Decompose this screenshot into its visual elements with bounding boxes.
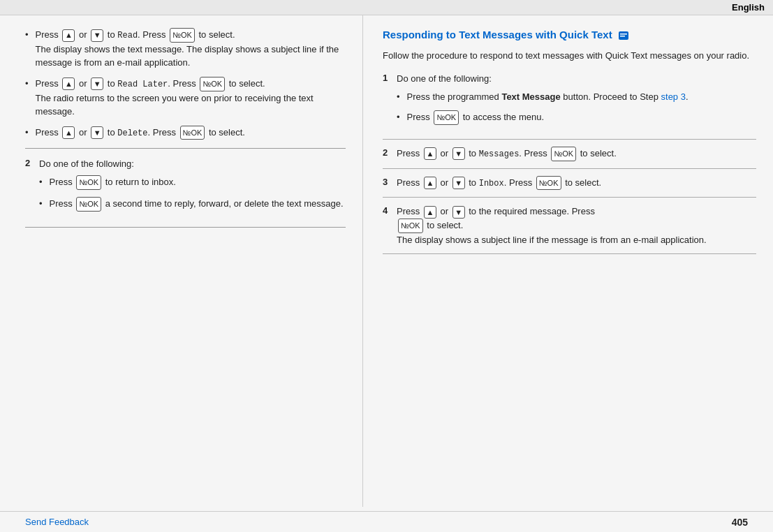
right-column: Responding to Text Messages with Quick T… xyxy=(363,15,773,507)
svg-rect-2 xyxy=(620,36,625,37)
right-step-1: 1 Do one of the following: Press the pro… xyxy=(383,72,756,132)
right-divider-3 xyxy=(383,197,756,198)
language-label: English xyxy=(732,2,765,13)
section-title: Responding to Text Messages with Quick T… xyxy=(383,28,756,42)
list-item-delete: Press ▲ or ▼ to Delete. Press №OK to sel… xyxy=(25,126,346,140)
list-item-read-later: Press ▲ or ▼ to Read Later. Press №OK to… xyxy=(25,77,346,119)
step-2-bullet-2: Press №OK a second time to reply, forwar… xyxy=(39,197,346,212)
svg-rect-1 xyxy=(620,34,627,35)
read-label: Read xyxy=(117,31,138,40)
ok-key-right-1: №OK xyxy=(434,110,459,125)
step-4-sub-text: The display shows a subject line if the … xyxy=(397,235,707,245)
down-arrow-icon-2: ▼ xyxy=(91,77,103,90)
up-arrow-icon: ▲ xyxy=(62,29,75,42)
left-column: Press ▲ or ▼ to Read. Press №OK to selec… xyxy=(0,15,363,507)
up-arrow-r3: ▲ xyxy=(424,177,436,189)
right-step-1-intro: Do one of the following: xyxy=(397,73,492,84)
page-footer: Send Feedback 405 xyxy=(0,511,773,532)
delete-label: Delete xyxy=(117,128,147,138)
ok-key-right-2: №OK xyxy=(551,147,576,161)
right-step-4: 4 Press ▲ or ▼ to the required message. … xyxy=(383,205,756,246)
down-arrow-r4: ▼ xyxy=(452,206,465,219)
down-arrow-r2: ▼ xyxy=(452,147,465,160)
right-step-1-bullet-1: Press the programmed Text Message button… xyxy=(397,90,756,104)
bullet-list-top: Press ▲ or ▼ to Read. Press №OK to selec… xyxy=(25,28,346,140)
send-feedback-link[interactable]: Send Feedback xyxy=(25,517,89,527)
ok-key-icon-3: №OK xyxy=(180,126,205,140)
right-step-1-bullet-2: Press №OK to access the menu. xyxy=(397,110,756,125)
down-arrow-icon: ▼ xyxy=(91,29,103,42)
list-item-read: Press ▲ or ▼ to Read. Press №OK to selec… xyxy=(25,28,346,70)
left-divider-2 xyxy=(25,227,346,228)
page-header: English xyxy=(0,0,773,15)
read-later-sub-text: The radio returns to the screen you were… xyxy=(36,93,314,117)
up-arrow-icon-2: ▲ xyxy=(62,77,75,90)
messages-label: Messages xyxy=(479,149,520,159)
right-divider-4 xyxy=(383,253,756,254)
ok-key-icon-2: №OK xyxy=(200,77,225,91)
ok-key-right-4: №OK xyxy=(398,219,423,233)
down-arrow-r3: ▼ xyxy=(452,177,465,189)
ok-key-right-3: №OK xyxy=(536,176,561,191)
read-later-label: Read Later xyxy=(117,80,168,89)
ok-key-icon-4: №OK xyxy=(76,175,101,190)
right-step-3-number: 3 xyxy=(383,177,397,187)
main-content: Press ▲ or ▼ to Read. Press №OK to selec… xyxy=(0,15,773,507)
right-step-4-number: 4 xyxy=(383,205,397,216)
read-sub-text: The display shows the text message. The … xyxy=(36,44,339,68)
right-step-2-number: 2 xyxy=(383,147,397,158)
right-divider-2 xyxy=(383,168,756,169)
quick-text-icon xyxy=(618,30,629,41)
left-divider-1 xyxy=(25,148,346,149)
ok-key-icon: №OK xyxy=(170,28,195,43)
down-arrow-icon-3: ▼ xyxy=(91,126,103,139)
right-step-1-bullets: Press the programmed Text Message button… xyxy=(397,90,756,125)
right-step-1-number: 1 xyxy=(383,73,397,83)
step-2-number: 2 xyxy=(25,158,39,168)
step-2-left: 2 Do one of the following: Press №OK to … xyxy=(25,157,346,218)
ok-key-icon-5: №OK xyxy=(76,197,101,212)
inbox-label: Inbox xyxy=(479,179,504,189)
step-2-intro: Do one of the following: xyxy=(39,158,134,169)
up-arrow-r4: ▲ xyxy=(424,206,436,219)
up-arrow-icon-3: ▲ xyxy=(62,126,75,139)
step-2-bullets: Press №OK to return to inbox. Press №OK … xyxy=(39,175,346,212)
step-2-bullet-1: Press №OK to return to inbox. xyxy=(39,175,346,190)
right-step-2: 2 Press ▲ or ▼ to Messages. Press №OK to… xyxy=(383,147,756,161)
section-intro: Follow the procedure to respond to text … xyxy=(383,49,756,63)
page-number: 405 xyxy=(732,517,748,528)
up-arrow-r2: ▲ xyxy=(424,147,436,160)
right-step-3: 3 Press ▲ or ▼ to Inbox. Press №OK to se… xyxy=(383,176,756,191)
right-divider-1 xyxy=(383,139,756,140)
